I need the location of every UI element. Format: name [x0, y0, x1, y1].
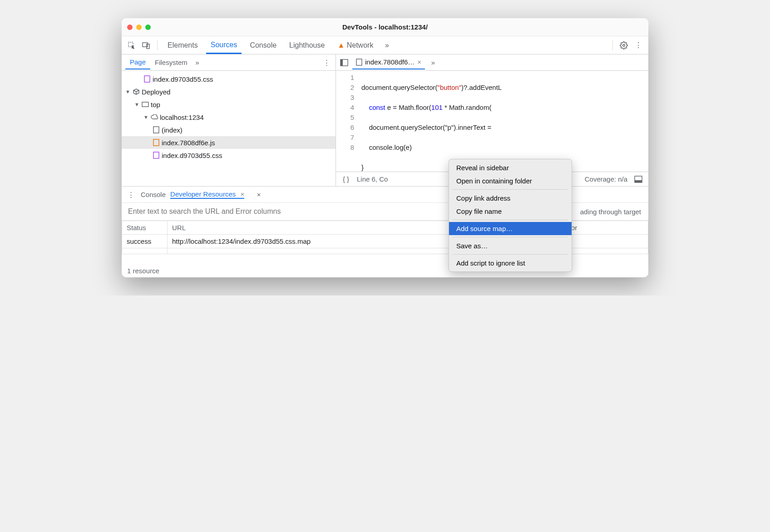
drawer-tab-console[interactable]: Console [141, 191, 166, 198]
svg-rect-13 [635, 180, 642, 182]
navigator-pane: Page Filesystem » ⋮ index.d9703d55.css ▼… [122, 54, 336, 186]
drawer-menu-icon[interactable]: ⋮ [125, 189, 136, 200]
menu-reveal-in-sidebar[interactable]: Reveal in sidebar [449, 161, 572, 174]
tree-css-file[interactable]: index.d9703d55.css [122, 149, 336, 162]
svg-rect-8 [153, 152, 159, 158]
menu-add-source-map[interactable]: Add source map… [449, 222, 572, 235]
js-file-icon [356, 59, 362, 66]
svg-rect-5 [142, 102, 148, 107]
show-navigator-icon[interactable] [339, 57, 350, 68]
cube-icon [133, 88, 140, 95]
svg-rect-6 [153, 127, 159, 133]
inspect-element-icon[interactable] [126, 40, 137, 51]
coverage-label: Coverage: n/a [585, 175, 627, 183]
js-file-icon [153, 139, 160, 146]
css-file-icon [153, 152, 160, 159]
tab-sources[interactable]: Sources [206, 37, 242, 54]
col-url[interactable]: URL [168, 221, 476, 235]
expand-arrow-icon: ▼ [143, 114, 149, 120]
svg-rect-7 [153, 139, 159, 146]
expand-arrow-icon: ▼ [134, 102, 140, 107]
context-menu: Reveal in sidebar Open in containing fol… [449, 159, 572, 272]
tree-file-css[interactable]: index.d9703d55.css [122, 73, 336, 85]
close-drawer-tab-icon[interactable]: × [240, 190, 244, 198]
warning-icon: ▲ [337, 41, 345, 49]
svg-rect-10 [341, 59, 343, 66]
tree-index[interactable]: (index) [122, 123, 336, 136]
subtab-filesystem[interactable]: Filesystem [150, 56, 192, 69]
close-tab-icon[interactable]: × [417, 58, 421, 66]
more-subtabs-icon[interactable]: » [192, 57, 203, 68]
more-editor-tabs-icon[interactable]: » [428, 57, 439, 68]
tab-console[interactable]: Console [245, 38, 281, 53]
tree-top[interactable]: ▼ top [122, 98, 336, 111]
svg-point-3 [623, 44, 625, 46]
menu-save-as[interactable]: Save as… [449, 239, 572, 252]
editor-tab-file[interactable]: index.7808df6… × [352, 55, 425, 69]
frame-icon [142, 101, 149, 108]
svg-rect-2 [147, 44, 149, 49]
css-file-icon [143, 75, 151, 83]
kebab-menu-icon[interactable]: ⋮ [633, 40, 644, 51]
line-gutter: 12345678 [336, 71, 359, 172]
main-toolbar: Elements Sources Console Lighthouse ▲ Ne… [122, 36, 648, 54]
document-icon [153, 126, 160, 133]
navigator-subtabs: Page Filesystem » ⋮ [122, 54, 336, 71]
subtab-page[interactable]: Page [125, 55, 150, 69]
show-details-icon[interactable] [633, 174, 644, 185]
tree-js-file[interactable]: index.7808df6e.js [122, 136, 336, 149]
menu-copy-file-name[interactable]: Copy file name [449, 205, 572, 218]
svg-rect-4 [144, 76, 150, 82]
tree-host[interactable]: ▼ localhost:1234 [122, 111, 336, 123]
col-status[interactable]: Status [122, 221, 168, 235]
menu-open-containing-folder[interactable]: Open in containing folder [449, 174, 572, 187]
menu-add-script-ignore-list[interactable]: Add script to ignore list [449, 256, 572, 270]
tab-lighthouse[interactable]: Lighthouse [285, 38, 329, 53]
svg-rect-11 [356, 59, 362, 65]
more-tabs-icon[interactable]: » [381, 40, 392, 51]
tree-deployed[interactable]: ▼ Deployed [122, 85, 336, 98]
settings-gear-icon[interactable] [618, 40, 629, 51]
code-content: document.querySelector("button")?.addEve… [359, 71, 648, 172]
file-tree: index.d9703d55.css ▼ Deployed ▼ top ▼ lo… [122, 71, 336, 186]
tab-network[interactable]: ▲ Network [333, 38, 378, 53]
devtools-window: DevTools - localhost:1234/ Elements Sour… [122, 18, 648, 277]
navigator-menu-icon[interactable]: ⋮ [321, 57, 332, 68]
cloud-icon [151, 113, 158, 121]
code-editor[interactable]: 12345678 document.querySelector("button"… [336, 71, 648, 172]
titlebar: DevTools - localhost:1234/ [122, 18, 648, 36]
expand-arrow-icon: ▼ [125, 89, 131, 94]
loading-label: ading through target [580, 208, 646, 216]
cursor-position: Line 6, Co [357, 175, 388, 183]
close-drawer-icon[interactable]: × [253, 189, 264, 200]
editor-tabs: index.7808df6… × » [336, 54, 648, 71]
drawer-tab-developer-resources[interactable]: Developer Resources × [170, 190, 244, 199]
tab-elements[interactable]: Elements [163, 38, 202, 53]
device-toolbar-icon[interactable] [141, 40, 152, 51]
pretty-print-icon[interactable]: { } [341, 174, 351, 185]
menu-copy-link-address[interactable]: Copy link address [449, 192, 572, 205]
window-title: DevTools - localhost:1234/ [122, 23, 648, 31]
